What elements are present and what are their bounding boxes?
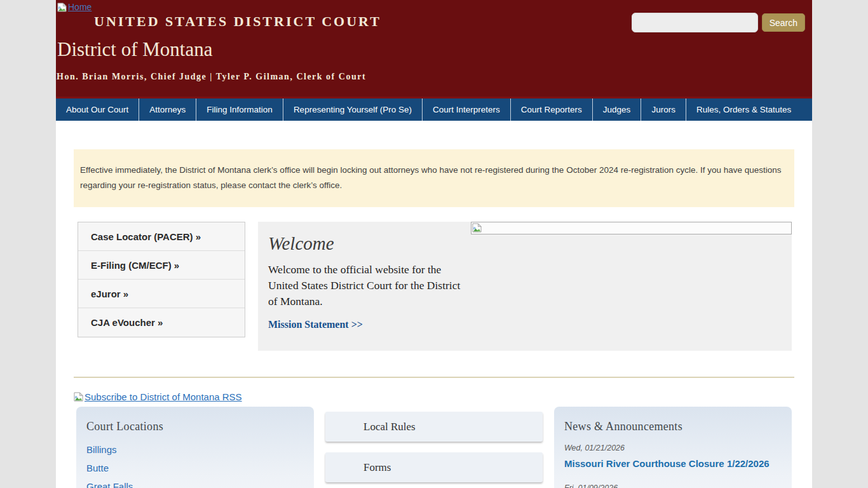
welcome-panel: Welcome Welcome to the official website … [258, 222, 792, 351]
quick-links-box: Case Locator (PACER) » E-Filing (CM/ECF)… [78, 222, 245, 337]
news-title: News & Announcements [564, 417, 782, 433]
quick-link-cmecf[interactable]: E-Filing (CM/ECF) » [78, 251, 245, 280]
content-row: Case Locator (PACER) » E-Filing (CM/ECF)… [56, 207, 812, 351]
quick-link-ejuror[interactable]: eJuror » [78, 280, 245, 308]
bottom-columns: Court Locations Billings Butte Great Fal… [56, 407, 812, 488]
nav-item-judges[interactable]: Judges [593, 98, 642, 121]
page-body: Effective immediately, the District of M… [56, 121, 812, 488]
broken-image-icon [74, 392, 83, 402]
search-button[interactable]: Search [762, 13, 805, 32]
location-link-great-falls[interactable]: Great Falls [86, 480, 304, 488]
news-panel: News & Announcements Wed, 01/21/2026 Mis… [554, 407, 792, 488]
site-header: Home UNITED STATES DISTRICT COURT Distri… [56, 0, 812, 97]
welcome-text: Welcome to the official website for the … [268, 262, 471, 309]
court-locations-title: Court Locations [86, 417, 304, 433]
district-title: District of Montana [56, 30, 812, 61]
news-item-date: Fri, 01/09/2026 [564, 484, 782, 488]
rss-subscribe-link[interactable]: Subscribe to District of Montana RSS [74, 391, 812, 402]
local-rules-card[interactable]: Local Rules [325, 412, 543, 442]
nav-item-filing-information[interactable]: Filing Information [196, 98, 283, 121]
quick-link-pacer[interactable]: Case Locator (PACER) » [78, 222, 245, 251]
search-input[interactable] [632, 13, 758, 32]
nav-item-rules-orders-statutes[interactable]: Rules, Orders & Statutes [686, 98, 801, 121]
nav-item-about-our-court[interactable]: About Our Court [56, 98, 139, 121]
main-navigation: About Our Court Attorneys Filing Informa… [56, 97, 812, 121]
re-registration-alert: Effective immediately, the District of M… [74, 149, 794, 207]
search-area: Search [632, 13, 805, 32]
rss-link-label: Subscribe to District of Montana RSS [85, 391, 242, 402]
nav-item-court-reporters[interactable]: Court Reporters [511, 98, 593, 121]
officials-line: Hon. Brian Morris, Chief Judge | Tyler P… [56, 61, 812, 82]
nav-item-attorneys[interactable]: Attorneys [139, 98, 196, 121]
location-link-butte[interactable]: Butte [86, 462, 304, 474]
quick-link-cja-evoucher[interactable]: CJA eVoucher » [78, 308, 245, 337]
broken-image-icon [472, 223, 482, 233]
nav-item-representing-yourself[interactable]: Representing Yourself (Pro Se) [283, 98, 423, 121]
home-link-label: Home [68, 2, 92, 12]
broken-image-icon [57, 3, 67, 12]
news-item-date: Wed, 01/21/2026 [564, 444, 782, 452]
section-divider [74, 377, 794, 378]
forms-card[interactable]: Forms [325, 452, 543, 482]
court-locations-panel: Court Locations Billings Butte Great Fal… [76, 407, 314, 488]
home-link[interactable]: Home [57, 2, 92, 12]
banner-image-placeholder [471, 222, 792, 234]
resources-column: Local Rules Forms [325, 407, 543, 488]
news-item-link[interactable]: Missouri River Courthouse Closure 1/22/2… [564, 458, 782, 469]
nav-item-court-interpreters[interactable]: Court Interpreters [423, 98, 511, 121]
location-link-billings[interactable]: Billings [86, 444, 304, 456]
page-container: Home UNITED STATES DISTRICT COURT Distri… [56, 0, 812, 488]
mission-statement-link[interactable]: Mission Statement >> [268, 319, 363, 330]
nav-item-jurors[interactable]: Jurors [641, 98, 686, 121]
